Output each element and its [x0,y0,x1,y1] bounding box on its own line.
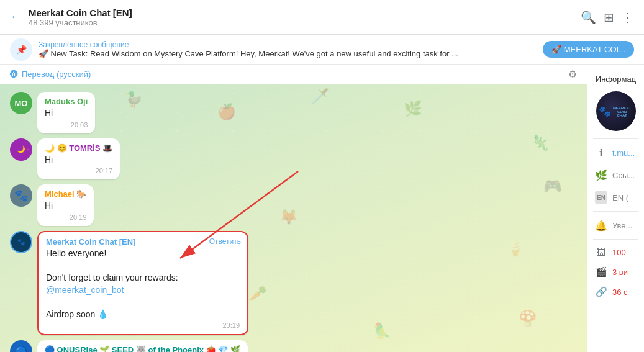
pinned-message-bar[interactable]: 📌 Закреплённое сообщение 🚀 New Task: Rea… [0,35,644,65]
links-icon: 🔗 [595,286,607,298]
sidebar-link2-text: Ссы... [612,171,635,180]
avatar-3: 🐾 [10,184,32,207]
message-time-2: 20:17 [45,167,112,174]
video-count: 3 ви [612,268,628,277]
back-button[interactable]: ← [10,11,21,24]
sidebar-item-link2[interactable]: 🌿 Ссы... [587,164,644,186]
sidebar-item-link[interactable]: ℹ t.mu... [587,142,644,164]
message-group-5: 🔵 🔵 ONUSRise 🌱 SEED 🐺 of the Phoenix 🍅 💎… [10,340,577,352]
avatar-4: 🐾 [10,231,32,253]
right-sidebar: Информац 🐾 MEERKAT COINCHAT ℹ t.mu... 🌿 … [587,65,644,352]
message-text-2: Hi [45,154,112,166]
sidebar-item-lang[interactable]: EN EN ( [587,186,644,209]
more-icon[interactable]: ⋮ [622,10,634,25]
link-count: 36 с [612,287,628,297]
message-group-2: 🌙 🌙 😊 TOMRİS 🎩 Hi 20:17 [10,138,577,180]
pinned-action-button[interactable]: 🚀 MEERKAT COI... [543,41,634,58]
message-bubble-2: 🌙 😊 TOMRİS 🎩 Hi 20:17 [37,138,120,180]
sidebar-divider-3 [593,239,638,240]
chat-info: Meerkat Coin Chat [EN] 48 399 участников [29,7,581,27]
sender-name-2: 🌙 😊 TOMRİS 🎩 [45,143,112,153]
media-icon: 🖼 [595,246,607,258]
media-count: 100 [612,248,626,257]
message-group-4: 🐾 Ответить Meerkat Coin Chat [EN] Hello … [10,231,577,336]
message-bubble-4-highlighted: Ответить Meerkat Coin Chat [EN] Hello ev… [37,231,248,336]
sidebar-divider-1 [593,138,638,139]
message-time-1: 20:03 [45,121,88,129]
message-bubble-1: Maduks Oji Hi 20:03 [37,92,95,133]
sidebar-stat-media[interactable]: 🖼 100 [587,242,644,262]
sidebar-stat-video[interactable]: 🎬 3 ви [587,262,644,282]
sidebar-stat-links[interactable]: 🔗 36 с [587,282,644,302]
link-icon: 🌿 [595,169,607,181]
chat-messages-container[interactable]: 🍬 🦆 🍎 🗡️ 🌿 🦎 🎮 🦊 🍦 🥕 🍄 🦜 MO Maduks Oji H… [0,84,587,352]
translate-icon: 🅐 [10,70,18,79]
reply-button[interactable]: Ответить [209,237,241,246]
sender-name-5: 🔵 ONUSRise 🌱 SEED 🐺 of the Phoenix 🍅 💎 🌿 [45,345,240,352]
avatar-2: 🌙 [10,138,32,161]
sender-name-3: Michael 🐎 [45,189,86,199]
sender-name-1: Maduks Oji [45,97,88,106]
bell-icon: 🔔 [595,219,607,232]
translation-bar: 🅐 Перевод (русский) ⚙ [0,65,587,84]
message-group-3: 🐾 Michael 🐎 Hi 20:19 [10,184,577,226]
chat-header: ← Meerkat Coin Chat [EN] 48 399 участник… [0,0,644,35]
sidebar-item-notifications[interactable]: 🔔 Уве... [587,214,644,237]
layout-icon[interactable]: ⊞ [604,10,614,25]
video-icon: 🎬 [595,266,607,278]
lang-icon: EN [595,191,607,204]
pinned-text: Закреплённое сообщение 🚀 New Task: Read … [39,40,537,58]
pinned-content: 🚀 New Task: Read Wisdom on Mystery Cave … [39,49,537,58]
pinned-btn-label: 🚀 MEERKAT COI... [551,45,625,54]
chat-title: Meerkat Coin Chat [EN] [29,7,581,18]
sidebar-avatar-inner: 🐾 MEERKAT COINCHAT [596,91,636,131]
sidebar-title: Информац [596,70,636,86]
message-bubble-5: 🔵 ONUSRise 🌱 SEED 🐺 of the Phoenix 🍅 💎 🌿… [37,340,248,352]
sidebar-group-avatar: 🐾 MEERKAT COINCHAT [596,91,636,131]
pinned-avatar: 📌 [10,38,32,61]
sidebar-divider-2 [593,211,638,212]
avatar-1: MO [10,92,32,114]
bot-link[interactable]: @meerkat_coin_bot [46,285,124,295]
message-time-4: 20:19 [46,322,240,329]
translation-settings-icon[interactable]: ⚙ [568,68,577,80]
info-icon: ℹ [595,147,607,159]
main-layout: 🅐 Перевод (русский) ⚙ 🍬 🦆 🍎 🗡️ 🌿 🦎 🎮 🦊 🍦… [0,65,644,352]
message-bubble-3: Michael 🐎 Hi 20:19 [37,184,94,226]
member-count: 48 399 участников [29,18,581,27]
chat-area: 🅐 Перевод (русский) ⚙ 🍬 🦆 🍎 🗡️ 🌿 🦎 🎮 🦊 🍦… [0,65,587,352]
message-group-1: MO Maduks Oji Hi 20:03 [10,92,577,133]
translate-label: Перевод (русский) [22,70,91,79]
message-text-1: Hi [45,107,88,120]
notification-label: Уве... [612,221,632,230]
sidebar-lang-text: EN ( [612,193,628,202]
pinned-label: Закреплённое сообщение [39,40,537,49]
message-time-3: 20:19 [45,214,86,221]
message-text-3: Hi [45,200,86,212]
message-text-4: Hello everyone! Don't forget to claim yo… [46,248,240,321]
sidebar-link-text: t.mu... [612,148,635,158]
search-icon[interactable]: 🔍 [581,10,596,25]
header-actions: 🔍 ⊞ ⋮ [581,10,634,25]
avatar-5: 🔵 [10,340,32,352]
